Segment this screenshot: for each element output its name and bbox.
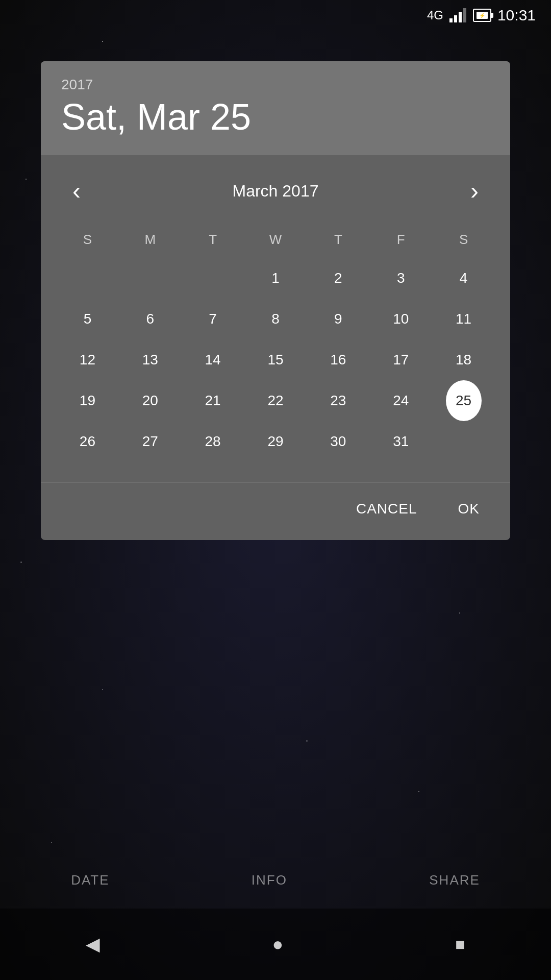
cal-day-empty bbox=[132, 258, 168, 299]
dialog-year: 2017 bbox=[61, 77, 490, 93]
bottom-app-nav: DATE INFO SHARE bbox=[0, 862, 551, 898]
calendar-area: ‹ March 2017 › S M T W T F S 1 2 3 4 bbox=[41, 155, 510, 482]
cal-day-29[interactable]: 29 bbox=[258, 421, 293, 462]
back-icon: ◀ bbox=[86, 934, 100, 954]
cal-day-7[interactable]: 7 bbox=[195, 299, 231, 339]
day-header-fri: F bbox=[369, 227, 432, 253]
day-header-wed: W bbox=[244, 227, 307, 253]
cancel-button[interactable]: CANCEL bbox=[341, 493, 433, 525]
cal-day-10[interactable]: 10 bbox=[383, 299, 419, 339]
calendar-grid: 1 2 3 4 5 6 7 8 9 10 11 12 13 14 15 16 1… bbox=[56, 258, 495, 462]
cal-day-6[interactable]: 6 bbox=[132, 299, 168, 339]
battery-fill: ⚡ bbox=[477, 12, 488, 19]
cal-day-14[interactable]: 14 bbox=[195, 339, 231, 380]
day-header-sat: S bbox=[432, 227, 495, 253]
cal-day-11[interactable]: 11 bbox=[446, 299, 482, 339]
system-nav-bar: ◀ ● ■ bbox=[0, 909, 551, 980]
cal-day-15[interactable]: 15 bbox=[258, 339, 293, 380]
cal-day-empty bbox=[446, 421, 482, 462]
ok-button[interactable]: OK bbox=[443, 493, 495, 525]
nav-info-button[interactable]: INFO bbox=[252, 872, 287, 888]
cal-day-3[interactable]: 3 bbox=[383, 258, 419, 299]
signal-label: 4G bbox=[427, 8, 443, 22]
battery-bolt: ⚡ bbox=[479, 13, 485, 18]
svg-rect-1 bbox=[454, 15, 457, 22]
cal-day-20[interactable]: 20 bbox=[132, 380, 168, 421]
cal-day-1[interactable]: 1 bbox=[258, 258, 293, 299]
next-month-button[interactable]: › bbox=[459, 176, 490, 206]
cal-day-empty bbox=[69, 258, 105, 299]
date-picker-dialog: 2017 Sat, Mar 25 ‹ March 2017 › S M T W … bbox=[41, 61, 510, 540]
dialog-header: 2017 Sat, Mar 25 bbox=[41, 61, 510, 155]
svg-rect-3 bbox=[463, 8, 466, 22]
prev-month-button[interactable]: ‹ bbox=[61, 176, 92, 206]
cal-day-24[interactable]: 24 bbox=[383, 380, 419, 421]
cal-day-21[interactable]: 21 bbox=[195, 380, 231, 421]
home-icon: ● bbox=[272, 934, 283, 954]
cal-day-9[interactable]: 9 bbox=[320, 299, 356, 339]
cal-day-12[interactable]: 12 bbox=[69, 339, 105, 380]
cal-day-30[interactable]: 30 bbox=[320, 421, 356, 462]
signal-icon bbox=[449, 8, 467, 22]
cal-day-23[interactable]: 23 bbox=[320, 380, 356, 421]
cal-day-8[interactable]: 8 bbox=[258, 299, 293, 339]
home-button[interactable]: ● bbox=[272, 934, 283, 955]
cal-day-13[interactable]: 13 bbox=[132, 339, 168, 380]
svg-rect-0 bbox=[449, 18, 453, 22]
recents-button[interactable]: ■ bbox=[455, 935, 465, 954]
cal-day-2[interactable]: 2 bbox=[320, 258, 356, 299]
cal-day-empty bbox=[195, 258, 231, 299]
svg-rect-2 bbox=[459, 12, 462, 22]
dialog-selected-date: Sat, Mar 25 bbox=[61, 97, 490, 137]
battery-icon: ⚡ bbox=[473, 9, 491, 22]
day-header-mon: M bbox=[119, 227, 182, 253]
back-button[interactable]: ◀ bbox=[86, 934, 100, 955]
month-year-title: March 2017 bbox=[233, 182, 319, 201]
cal-day-22[interactable]: 22 bbox=[258, 380, 293, 421]
day-header-tue: T bbox=[182, 227, 244, 253]
cal-day-5[interactable]: 5 bbox=[69, 299, 105, 339]
day-header-thu: T bbox=[307, 227, 369, 253]
day-header-sun: S bbox=[56, 227, 119, 253]
status-bar: 4G ⚡ 10:31 bbox=[0, 0, 551, 31]
recents-icon: ■ bbox=[455, 935, 465, 953]
status-bar-content: 4G ⚡ 10:31 bbox=[427, 7, 536, 24]
cal-day-16[interactable]: 16 bbox=[320, 339, 356, 380]
cal-day-18[interactable]: 18 bbox=[446, 339, 482, 380]
cal-day-26[interactable]: 26 bbox=[69, 421, 105, 462]
cal-day-27[interactable]: 27 bbox=[132, 421, 168, 462]
cal-day-25-selected[interactable]: 25 bbox=[446, 380, 482, 421]
cal-day-17[interactable]: 17 bbox=[383, 339, 419, 380]
chevron-right-icon: › bbox=[470, 179, 479, 203]
day-headers: S M T W T F S bbox=[56, 227, 495, 253]
month-navigation: ‹ March 2017 › bbox=[56, 165, 495, 216]
cal-day-19[interactable]: 19 bbox=[69, 380, 105, 421]
dialog-actions: CANCEL OK bbox=[41, 482, 510, 540]
nav-share-button[interactable]: SHARE bbox=[429, 872, 480, 888]
cal-day-28[interactable]: 28 bbox=[195, 421, 231, 462]
cal-day-31[interactable]: 31 bbox=[383, 421, 419, 462]
time-display: 10:31 bbox=[497, 7, 536, 24]
nav-date-button[interactable]: DATE bbox=[71, 872, 109, 888]
chevron-left-icon: ‹ bbox=[72, 179, 81, 203]
cal-day-4[interactable]: 4 bbox=[446, 258, 482, 299]
